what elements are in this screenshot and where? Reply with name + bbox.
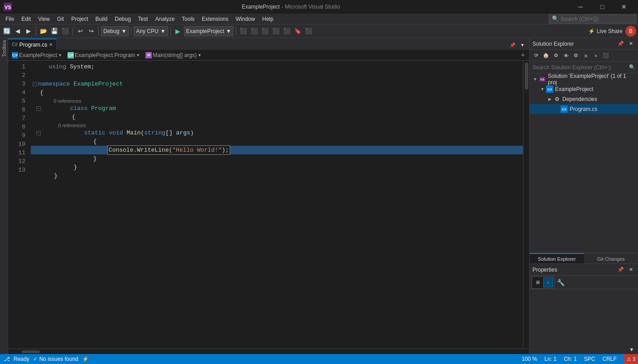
menu-edit[interactable]: Edit bbox=[18, 14, 34, 24]
status-encoding[interactable]: SPC bbox=[584, 356, 595, 362]
prop-grid-button[interactable]: ⊞ bbox=[533, 278, 543, 287]
collapse-method-button[interactable]: − bbox=[36, 131, 41, 135]
toolbox-panel[interactable]: Toolbox bbox=[0, 38, 8, 354]
se-extra2-button[interactable]: ⬛ bbox=[601, 51, 610, 60]
vertical-scrollbar[interactable] bbox=[523, 61, 529, 349]
breakpoint-button[interactable]: ⬛ bbox=[249, 26, 259, 36]
minimize-button[interactable]: ─ bbox=[570, 0, 591, 14]
code-line-8[interactable]: { bbox=[31, 137, 523, 146]
code-line-7[interactable]: − static void Main(string[] args) bbox=[31, 129, 523, 137]
code-editor[interactable]: 1 2 3 4 5 6 7 8 9 10 11 12 13 using Syst… bbox=[8, 61, 529, 349]
menu-build[interactable]: Build bbox=[92, 14, 111, 24]
se-tab-git[interactable]: Git Changes bbox=[584, 253, 638, 263]
status-no-issues[interactable]: ✓ No issues found bbox=[33, 356, 78, 362]
menu-help[interactable]: Help bbox=[259, 14, 277, 24]
dependencies-expand-icon[interactable]: ▶ bbox=[546, 96, 553, 103]
menu-extensions[interactable]: Extensions bbox=[198, 14, 232, 24]
debug-icons[interactable]: ⬛ bbox=[238, 26, 248, 36]
save-all-button[interactable]: ⬛ bbox=[60, 26, 70, 36]
new-project-button[interactable]: 🔄 bbox=[2, 26, 12, 36]
tab-pin-button[interactable]: 📌 bbox=[508, 40, 517, 50]
user-avatar-button[interactable]: B bbox=[625, 26, 636, 37]
se-extra-button[interactable]: + bbox=[591, 51, 600, 60]
se-home-button[interactable]: 🏠 bbox=[541, 51, 551, 60]
solution-expand-icon[interactable]: ▼ bbox=[532, 76, 539, 83]
menu-git[interactable]: Git bbox=[53, 14, 68, 24]
save-button[interactable]: 💾 bbox=[49, 26, 59, 36]
h-scroll-thumb[interactable] bbox=[22, 350, 40, 353]
menu-search-input[interactable] bbox=[561, 16, 633, 22]
project-expand-icon[interactable]: ▼ bbox=[539, 86, 546, 93]
menu-file[interactable]: File bbox=[2, 14, 18, 24]
menu-test[interactable]: Test bbox=[135, 14, 152, 24]
code-line-12[interactable]: } bbox=[31, 172, 523, 180]
prop-wrench-button[interactable]: 🔧 bbox=[556, 278, 566, 287]
code-content[interactable]: using System; − namespace ExampleProject… bbox=[31, 61, 523, 349]
se-close-button[interactable]: ✕ bbox=[626, 39, 635, 48]
menu-tools[interactable]: Tools bbox=[178, 14, 198, 24]
menu-debug[interactable]: Debug bbox=[111, 14, 134, 24]
menu-project[interactable]: Project bbox=[68, 14, 92, 24]
code-line-3[interactable]: − namespace ExampleProject bbox=[31, 80, 523, 88]
run-project-dropdown[interactable]: ExampleProject ▼ bbox=[184, 26, 234, 36]
tab-arrow-button[interactable]: ▼ bbox=[517, 40, 527, 50]
prop-close-button[interactable]: ✕ bbox=[626, 265, 635, 274]
nav-class-dropdown[interactable]: C# ExampleProject.Program ▼ bbox=[66, 51, 142, 60]
se-pin-button[interactable]: 📌 bbox=[616, 39, 625, 48]
more-button[interactable]: ⬛ bbox=[304, 26, 314, 36]
se-sync-button[interactable]: ⟳ bbox=[532, 51, 541, 60]
code-line-4[interactable]: { bbox=[31, 88, 523, 97]
code-line-9[interactable]: Console.WriteLine("Hello World!"); bbox=[31, 146, 523, 154]
code-line-2[interactable] bbox=[31, 71, 523, 80]
nav-project-dropdown[interactable]: C# ExampleProject ▼ bbox=[10, 51, 64, 60]
tree-project[interactable]: ▼ C# ExampleProject bbox=[530, 84, 638, 94]
collapse-namespace-button[interactable]: − bbox=[33, 82, 37, 86]
se-preview-button[interactable]: 👁 bbox=[561, 51, 570, 60]
error-badge[interactable]: ⚠ 3 bbox=[624, 354, 638, 364]
live-share-button[interactable]: ⚡ Live Share bbox=[585, 26, 625, 36]
menu-window[interactable]: Window bbox=[232, 14, 259, 24]
step-out-button[interactable]: ⬛ bbox=[282, 26, 292, 36]
prop-expand-button[interactable]: ▼ bbox=[627, 345, 636, 354]
code-line-11[interactable]: } bbox=[31, 163, 523, 172]
menu-view[interactable]: View bbox=[34, 14, 53, 24]
se-settings-button[interactable]: ⚙ bbox=[571, 51, 580, 60]
code-line-1[interactable]: using System; bbox=[31, 62, 523, 71]
status-output-icon[interactable]: ⚡ bbox=[82, 356, 89, 362]
prop-pin-button[interactable]: 📌 bbox=[616, 265, 625, 274]
open-button[interactable]: 📂 bbox=[39, 26, 48, 36]
redo-button[interactable]: ↪ bbox=[86, 26, 96, 36]
bookmark-button[interactable]: 🔖 bbox=[293, 26, 303, 36]
se-search-input[interactable] bbox=[532, 64, 629, 71]
status-zoom[interactable]: 100 % bbox=[522, 356, 537, 362]
se-more-button[interactable]: ≡ bbox=[581, 51, 590, 60]
tree-program-cs[interactable]: C# Program.cs bbox=[530, 104, 638, 114]
menu-analyze[interactable]: Analyze bbox=[152, 14, 179, 24]
scroll-thumb[interactable] bbox=[525, 62, 528, 90]
menu-search-box[interactable]: 🔍 bbox=[549, 14, 636, 24]
step-over-button[interactable]: ⬛ bbox=[260, 26, 270, 36]
code-line-13[interactable] bbox=[31, 180, 523, 189]
maximize-button[interactable]: □ bbox=[592, 0, 613, 14]
back-button[interactable]: ◀ bbox=[13, 26, 23, 36]
tab-program-cs[interactable]: C# Program.cs ✕ bbox=[8, 38, 57, 50]
platform-dropdown[interactable]: Any CPU ▼ bbox=[134, 26, 168, 36]
code-line-5[interactable]: − class Program bbox=[31, 104, 523, 113]
se-filter-button[interactable]: ⚙ bbox=[551, 51, 561, 60]
se-search[interactable]: 🔍 bbox=[530, 62, 638, 73]
nav-method-dropdown[interactable]: M Main(string[] args) ▼ bbox=[144, 51, 203, 60]
status-line-ending[interactable]: CRLF bbox=[603, 356, 617, 362]
collapse-class-button[interactable]: − bbox=[36, 106, 41, 111]
forward-button[interactable]: ▶ bbox=[24, 26, 34, 36]
tab-close-button[interactable]: ✕ bbox=[49, 42, 53, 47]
run-button[interactable]: ▶ bbox=[173, 26, 183, 36]
horizontal-scrollbar[interactable] bbox=[8, 349, 529, 354]
tree-dependencies[interactable]: ▶ ⚙ Dependencies bbox=[530, 94, 638, 104]
close-button[interactable]: ✕ bbox=[614, 0, 634, 14]
toolbox-label[interactable]: Toolbox bbox=[1, 40, 7, 57]
step-into-button[interactable]: ⬛ bbox=[271, 26, 281, 36]
debug-config-dropdown[interactable]: Debug ▼ bbox=[101, 26, 129, 36]
prop-sort-button[interactable]: ↕ bbox=[543, 278, 553, 287]
tree-solution[interactable]: ▼ VS Solution 'ExampleProject' (1 of 1 p… bbox=[530, 74, 638, 84]
code-line-10[interactable]: } bbox=[31, 154, 523, 163]
